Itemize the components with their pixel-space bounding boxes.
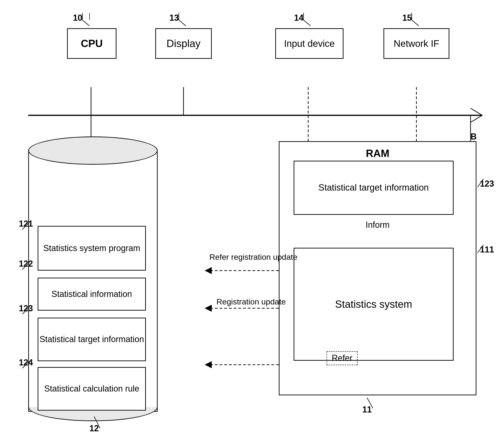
ref11-tick [366, 398, 380, 409]
statistics-system-box: Statistics system [294, 248, 454, 361]
stat-sys-program-box: Statistics system program [38, 226, 146, 271]
ref14-tick [292, 13, 315, 27]
cylinder-container: Statistics system program Statistical in… [28, 136, 158, 414]
ref124-tick [20, 360, 32, 369]
ref13-tick [167, 13, 191, 27]
ref111-tick [476, 245, 491, 254]
refer-label-inner: Refer [326, 351, 358, 365]
display-box: Display [155, 28, 212, 59]
svg-line-24 [179, 20, 186, 26]
ref15-tick [400, 13, 423, 27]
svg-line-26 [304, 20, 310, 26]
svg-marker-16 [205, 267, 212, 274]
svg-line-33 [22, 262, 29, 269]
svg-line-36 [94, 416, 100, 428]
ram-outer-box: RAM Statistical target information Infor… [279, 141, 476, 395]
svg-marker-20 [205, 361, 212, 368]
inform-label: Inform [279, 220, 476, 231]
svg-line-22 [82, 20, 89, 26]
stat-target-info-left-box: Statistical target information [38, 318, 146, 361]
b-label: B [470, 132, 477, 142]
svg-line-34 [22, 307, 29, 314]
svg-line-31 [367, 398, 373, 408]
svg-marker-18 [205, 305, 212, 312]
ref123l-tick [20, 306, 32, 315]
svg-line-35 [22, 361, 29, 368]
svg-line-1 [470, 108, 482, 115]
registration-update-label: Registration update [216, 296, 286, 307]
ref10-tick [71, 13, 94, 27]
ram-label: RAM [279, 147, 476, 160]
ref121-tick [20, 221, 32, 231]
stat-calc-rule-box: Statistical calculation rule [38, 367, 146, 411]
cpu-box: CPU [67, 28, 116, 59]
diagram-container: 10 13 14 15 CPU Display Input device Net… [0, 0, 499, 448]
svg-line-30 [478, 179, 483, 187]
ref12-tick [93, 416, 107, 431]
statistical-target-info-ram: Statistical target information [294, 161, 454, 215]
input-device-box: Input device [275, 28, 343, 59]
svg-line-32 [22, 222, 29, 229]
statistical-information-box: Statistical information [38, 278, 146, 311]
refer-registration-update-label: Refer registration update [209, 252, 297, 262]
svg-line-28 [412, 20, 419, 26]
network-if-box: Network IF [384, 28, 449, 59]
ref123r-tick [476, 179, 491, 188]
ref122-tick [20, 261, 32, 271]
svg-line-2 [470, 115, 482, 122]
svg-line-29 [478, 245, 483, 253]
